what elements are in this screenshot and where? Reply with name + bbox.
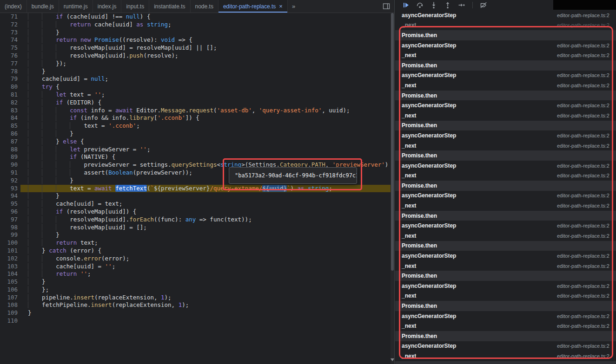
line-number[interactable]: 71 [0,13,18,21]
hovered-token[interactable]: ${uuid} [262,185,287,192]
line-number[interactable]: 76 [0,52,18,60]
line-number[interactable]: 104 [0,270,18,278]
code-text[interactable]: return cache[uuid] as string; [18,21,172,29]
frame-location[interactable]: editor-path-replace.ts:2 [557,13,609,18]
code-text[interactable]: } [18,309,32,317]
frame-location[interactable]: editor-path-replace.ts:2 [557,22,609,28]
code-text[interactable]: console.error(error); [18,255,129,263]
frame-location[interactable]: editor-path-replace.ts:2 [557,83,609,88]
stack-frame-row[interactable]: _nexteditor-path-replace.ts:2 [395,141,616,151]
code-text[interactable]: } [18,231,60,239]
code-text[interactable]: return text; [18,239,98,247]
stack-frame-row[interactable]: asyncGeneratorStepeditor-path-replace.ts… [395,40,616,51]
frame-location[interactable]: editor-path-replace.ts:2 [557,133,609,138]
frame-location[interactable]: editor-path-replace.ts:2 [557,253,609,259]
frame-location[interactable]: editor-path-replace.ts:2 [557,343,609,349]
line-number[interactable]: 87 [0,138,18,146]
stack-frame-row[interactable]: asyncGeneratorStepeditor-path-replace.ts… [395,191,616,201]
code-text[interactable]: resolveMap[uuid].push(resolve); [18,52,179,60]
stack-frame-row[interactable]: asyncGeneratorStepeditor-path-replace.ts… [395,71,616,81]
line-number[interactable]: 90 [0,161,18,169]
line-number[interactable]: 77 [0,60,18,68]
code-text[interactable] [18,317,28,325]
line-number[interactable]: 72 [0,21,18,29]
code-text[interactable]: cache[uuid] = text; [18,200,122,208]
code-text[interactable]: fetchPipeline.insert(replaceExtension, 1… [18,301,189,309]
stack-frame-row[interactable]: asyncGeneratorStepeditor-path-replace.ts… [395,130,616,141]
code-text[interactable]: try { [18,83,60,91]
line-number[interactable]: 101 [0,247,18,255]
frame-location[interactable]: editor-path-replace.ts:2 [557,283,609,289]
line-number[interactable]: 102 [0,255,18,263]
stack-frame-row[interactable]: _nexteditor-path-replace.ts:2 [395,20,616,31]
code-text[interactable]: cache[uuid] = null; [18,75,108,83]
line-number[interactable]: 98 [0,224,18,232]
toggle-navigator-button[interactable] [378,0,394,13]
frame-location[interactable]: editor-path-replace.ts:2 [557,143,609,149]
code-text[interactable]: }; [18,286,49,294]
line-number[interactable]: 96 [0,208,18,216]
code-text[interactable]: assert(Boolean(previewServer)); [18,169,192,177]
code-editor[interactable]: 71 if (cache[uuid] !== null) {72 return … [0,13,391,364]
code-text[interactable]: return new Promise((resolve): void => { [18,36,192,44]
frame-location[interactable]: editor-path-replace.ts:2 [557,72,609,78]
code-text[interactable]: }); [18,60,66,68]
stack-frame-row[interactable]: _nexteditor-path-replace.ts:2 [395,201,616,211]
line-number[interactable]: 106 [0,286,18,294]
code-text[interactable]: let previewServer = ''; [18,146,150,154]
code-text[interactable]: } [18,177,73,185]
line-number[interactable]: 85 [0,122,18,130]
line-number[interactable]: 103 [0,263,18,271]
stack-frame-row[interactable]: asyncGeneratorStepeditor-path-replace.ts… [395,251,616,261]
code-text[interactable]: cache[uuid] = ''; [18,263,115,271]
frame-location[interactable]: editor-path-replace.ts:2 [557,52,609,58]
stack-frame-row[interactable]: _nexteditor-path-replace.ts:2 [395,291,616,301]
tab-(index)[interactable]: (index) [0,0,27,13]
tab-instantiate.ts[interactable]: instantiate.ts [149,0,190,13]
line-number[interactable]: 81 [0,91,18,99]
stack-frame-row[interactable]: asyncGeneratorStepeditor-path-replace.ts… [395,281,616,291]
line-number[interactable]: 105 [0,278,18,286]
frame-location[interactable]: editor-path-replace.ts:2 [557,193,609,198]
stack-frame-row[interactable]: asyncGeneratorStepeditor-path-replace.ts… [395,100,616,110]
step-out-button[interactable] [444,1,452,9]
frame-location[interactable]: editor-path-replace.ts:2 [557,43,609,48]
stack-frame-row[interactable]: _nexteditor-path-replace.ts:2 [395,80,616,91]
frame-location[interactable]: editor-path-replace.ts:2 [557,113,609,118]
line-number[interactable]: 109 [0,309,18,317]
line-number[interactable]: 79 [0,75,18,83]
tab-overflow-chevron-icon[interactable]: » [288,0,299,13]
line-number[interactable]: 91 [0,169,18,177]
line-number[interactable]: 93 [0,185,18,193]
line-number[interactable]: 86 [0,130,18,138]
code-text[interactable]: } else { [18,138,84,146]
stack-frame-row[interactable]: asyncGeneratorStepeditor-path-replace.ts… [395,221,616,231]
tab-editor-path-replace.ts[interactable]: editor-path-replace.ts× [219,0,288,13]
code-text[interactable]: if (EDITOR) { [18,99,101,107]
code-text[interactable]: if (resolveMap[uuid]) { [18,208,136,216]
line-number[interactable]: 95 [0,200,18,208]
tab-node.ts[interactable]: node.ts [191,0,219,13]
stack-frame-row[interactable]: _nexteditor-path-replace.ts:2 [395,321,616,331]
line-number[interactable]: 94 [0,192,18,200]
code-text[interactable]: } [18,130,73,138]
line-number[interactable]: 108 [0,301,18,309]
stack-frame-row[interactable]: _nexteditor-path-replace.ts:2 [395,351,616,361]
stack-frame-row[interactable]: _nexteditor-path-replace.ts:2 [395,50,616,60]
code-text[interactable]: text = '.cconb'; [18,122,140,130]
line-number[interactable]: 74 [0,36,18,44]
stack-frame-row[interactable]: _nexteditor-path-replace.ts:2 [395,231,616,241]
stack-frame-row[interactable]: asyncGeneratorStepeditor-path-replace.ts… [395,161,616,171]
line-number[interactable]: 83 [0,107,18,115]
frame-location[interactable]: editor-path-replace.ts:2 [557,323,609,329]
code-text[interactable]: const info = await Editor.Message.reques… [18,107,350,115]
stack-frame-row[interactable]: asyncGeneratorStepeditor-path-replace.ts… [395,341,616,351]
stack-frame-row[interactable]: asyncGeneratorStepeditor-path-replace.ts… [395,311,616,321]
resume-button[interactable] [402,1,410,9]
line-number[interactable]: 92 [0,177,18,185]
line-number[interactable]: 89 [0,153,18,161]
line-number[interactable]: 73 [0,29,18,37]
line-number[interactable]: 99 [0,231,18,239]
frame-location[interactable]: editor-path-replace.ts:2 [557,233,609,239]
line-number[interactable]: 78 [0,68,18,76]
